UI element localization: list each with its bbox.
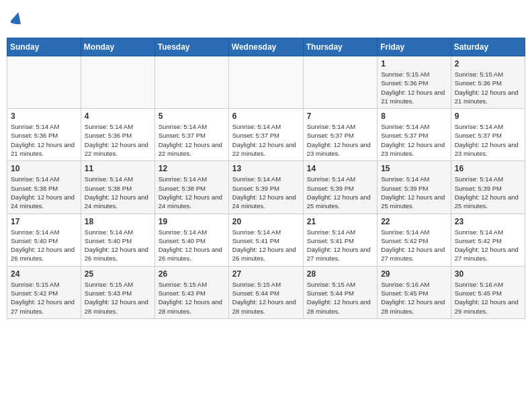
calendar-cell: 9Sunrise: 5:14 AM Sunset: 5:37 PM Daylig… <box>451 109 525 161</box>
weekday-header-tuesday: Tuesday <box>154 38 228 56</box>
day-info: Sunrise: 5:14 AM Sunset: 5:39 PM Dayligh… <box>232 175 300 210</box>
day-number: 12 <box>159 164 225 173</box>
week-row-4: 17Sunrise: 5:14 AM Sunset: 5:40 PM Dayli… <box>7 214 525 266</box>
day-info: Sunrise: 5:15 AM Sunset: 5:43 PM Dayligh… <box>85 280 151 316</box>
calendar-table: SundayMondayTuesdayWednesdayThursdayFrid… <box>7 38 525 319</box>
calendar-cell: 11Sunrise: 5:14 AM Sunset: 5:38 PM Dayli… <box>81 161 154 214</box>
day-info: Sunrise: 5:14 AM Sunset: 5:39 PM Dayligh… <box>455 175 521 210</box>
day-number: 21 <box>307 217 373 226</box>
day-number: 3 <box>11 111 77 121</box>
day-info: Sunrise: 5:15 AM Sunset: 5:42 PM Dayligh… <box>11 280 77 316</box>
day-info: Sunrise: 5:14 AM Sunset: 5:39 PM Dayligh… <box>381 175 447 210</box>
day-number: 7 <box>307 111 373 121</box>
day-info: Sunrise: 5:15 AM Sunset: 5:36 PM Dayligh… <box>381 70 447 105</box>
day-number: 17 <box>11 217 77 226</box>
calendar-cell: 5Sunrise: 5:14 AM Sunset: 5:37 PM Daylig… <box>154 109 228 161</box>
day-info: Sunrise: 5:16 AM Sunset: 5:45 PM Dayligh… <box>381 280 447 316</box>
calendar-cell: 23Sunrise: 5:14 AM Sunset: 5:42 PM Dayli… <box>451 214 525 266</box>
day-number: 26 <box>159 269 225 279</box>
day-number: 13 <box>232 164 300 173</box>
calendar-cell: 4Sunrise: 5:14 AM Sunset: 5:36 PM Daylig… <box>81 109 154 161</box>
calendar-cell: 15Sunrise: 5:14 AM Sunset: 5:39 PM Dayli… <box>378 161 451 214</box>
day-number: 28 <box>307 269 373 279</box>
day-number: 25 <box>85 269 151 279</box>
calendar-cell <box>303 56 377 109</box>
day-info: Sunrise: 5:14 AM Sunset: 5:42 PM Dayligh… <box>381 228 447 263</box>
calendar-cell: 27Sunrise: 5:15 AM Sunset: 5:44 PM Dayli… <box>228 266 303 318</box>
day-info: Sunrise: 5:14 AM Sunset: 5:37 PM Dayligh… <box>381 122 447 158</box>
day-number: 11 <box>85 164 151 173</box>
calendar-cell: 28Sunrise: 5:15 AM Sunset: 5:44 PM Dayli… <box>303 266 377 318</box>
logo-icon <box>11 12 23 24</box>
day-info: Sunrise: 5:14 AM Sunset: 5:37 PM Dayligh… <box>307 122 373 158</box>
day-info: Sunrise: 5:14 AM Sunset: 5:36 PM Dayligh… <box>85 122 151 158</box>
calendar-cell: 26Sunrise: 5:15 AM Sunset: 5:43 PM Dayli… <box>154 266 228 318</box>
calendar-cell: 7Sunrise: 5:14 AM Sunset: 5:37 PM Daylig… <box>303 109 377 161</box>
day-number: 23 <box>455 217 521 226</box>
calendar-cell: 30Sunrise: 5:16 AM Sunset: 5:45 PM Dayli… <box>451 266 525 318</box>
calendar-cell: 3Sunrise: 5:14 AM Sunset: 5:36 PM Daylig… <box>7 109 81 161</box>
day-info: Sunrise: 5:14 AM Sunset: 5:41 PM Dayligh… <box>232 228 300 263</box>
day-info: Sunrise: 5:15 AM Sunset: 5:44 PM Dayligh… <box>232 280 300 316</box>
calendar-cell: 21Sunrise: 5:14 AM Sunset: 5:41 PM Dayli… <box>303 214 377 266</box>
week-row-2: 3Sunrise: 5:14 AM Sunset: 5:36 PM Daylig… <box>7 109 525 161</box>
day-info: Sunrise: 5:14 AM Sunset: 5:37 PM Dayligh… <box>159 122 225 158</box>
day-number: 15 <box>381 164 447 173</box>
calendar-header-row: SundayMondayTuesdayWednesdayThursdayFrid… <box>7 38 525 56</box>
day-number: 16 <box>455 164 521 173</box>
day-number: 27 <box>232 269 300 279</box>
calendar-cell: 1Sunrise: 5:15 AM Sunset: 5:36 PM Daylig… <box>378 56 451 109</box>
calendar-cell: 29Sunrise: 5:16 AM Sunset: 5:45 PM Dayli… <box>378 266 451 318</box>
day-info: Sunrise: 5:15 AM Sunset: 5:44 PM Dayligh… <box>307 280 373 316</box>
weekday-header-saturday: Saturday <box>451 38 525 56</box>
calendar-body: 1Sunrise: 5:15 AM Sunset: 5:36 PM Daylig… <box>7 56 525 319</box>
day-number: 30 <box>455 269 521 279</box>
calendar-cell: 20Sunrise: 5:14 AM Sunset: 5:41 PM Dayli… <box>228 214 303 266</box>
logo <box>9 12 23 27</box>
svg-marker-0 <box>11 12 23 24</box>
calendar-cell: 16Sunrise: 5:14 AM Sunset: 5:39 PM Dayli… <box>451 161 525 214</box>
calendar-cell: 2Sunrise: 5:15 AM Sunset: 5:36 PM Daylig… <box>451 56 525 109</box>
week-row-5: 24Sunrise: 5:15 AM Sunset: 5:42 PM Dayli… <box>7 266 525 318</box>
calendar-cell <box>154 56 228 109</box>
weekday-header-friday: Friday <box>378 38 451 56</box>
calendar-cell: 17Sunrise: 5:14 AM Sunset: 5:40 PM Dayli… <box>7 214 81 266</box>
day-number: 29 <box>381 269 447 279</box>
weekday-header-monday: Monday <box>81 38 154 56</box>
day-info: Sunrise: 5:14 AM Sunset: 5:41 PM Dayligh… <box>307 228 373 263</box>
calendar-header: SundayMondayTuesdayWednesdayThursdayFrid… <box>7 38 525 56</box>
day-info: Sunrise: 5:14 AM Sunset: 5:38 PM Dayligh… <box>11 175 77 210</box>
calendar-cell <box>228 56 303 109</box>
calendar-cell: 14Sunrise: 5:14 AM Sunset: 5:39 PM Dayli… <box>303 161 377 214</box>
day-info: Sunrise: 5:15 AM Sunset: 5:43 PM Dayligh… <box>159 280 225 316</box>
calendar-cell <box>81 56 154 109</box>
calendar-cell: 24Sunrise: 5:15 AM Sunset: 5:42 PM Dayli… <box>7 266 81 318</box>
day-info: Sunrise: 5:14 AM Sunset: 5:37 PM Dayligh… <box>232 122 300 158</box>
calendar-cell <box>7 56 81 109</box>
week-row-3: 10Sunrise: 5:14 AM Sunset: 5:38 PM Dayli… <box>7 161 525 214</box>
day-number: 10 <box>11 164 77 173</box>
day-number: 18 <box>85 217 151 226</box>
day-number: 2 <box>455 59 521 68</box>
calendar-cell: 10Sunrise: 5:14 AM Sunset: 5:38 PM Dayli… <box>7 161 81 214</box>
day-number: 5 <box>159 111 225 121</box>
day-number: 8 <box>381 111 447 121</box>
day-number: 22 <box>381 217 447 226</box>
day-number: 19 <box>159 217 225 226</box>
day-info: Sunrise: 5:16 AM Sunset: 5:45 PM Dayligh… <box>455 280 521 316</box>
day-info: Sunrise: 5:14 AM Sunset: 5:36 PM Dayligh… <box>11 122 77 158</box>
page-header <box>7 7 525 32</box>
weekday-header-sunday: Sunday <box>7 38 81 56</box>
day-info: Sunrise: 5:14 AM Sunset: 5:42 PM Dayligh… <box>455 228 521 263</box>
calendar-cell: 8Sunrise: 5:14 AM Sunset: 5:37 PM Daylig… <box>378 109 451 161</box>
day-info: Sunrise: 5:15 AM Sunset: 5:36 PM Dayligh… <box>455 70 521 105</box>
weekday-header-wednesday: Wednesday <box>228 38 303 56</box>
calendar-cell: 18Sunrise: 5:14 AM Sunset: 5:40 PM Dayli… <box>81 214 154 266</box>
calendar-cell: 13Sunrise: 5:14 AM Sunset: 5:39 PM Dayli… <box>228 161 303 214</box>
calendar-cell: 25Sunrise: 5:15 AM Sunset: 5:43 PM Dayli… <box>81 266 154 318</box>
day-number: 9 <box>455 111 521 121</box>
day-info: Sunrise: 5:14 AM Sunset: 5:40 PM Dayligh… <box>11 228 77 263</box>
week-row-1: 1Sunrise: 5:15 AM Sunset: 5:36 PM Daylig… <box>7 56 525 109</box>
day-info: Sunrise: 5:14 AM Sunset: 5:38 PM Dayligh… <box>159 175 225 210</box>
day-number: 6 <box>232 111 300 121</box>
